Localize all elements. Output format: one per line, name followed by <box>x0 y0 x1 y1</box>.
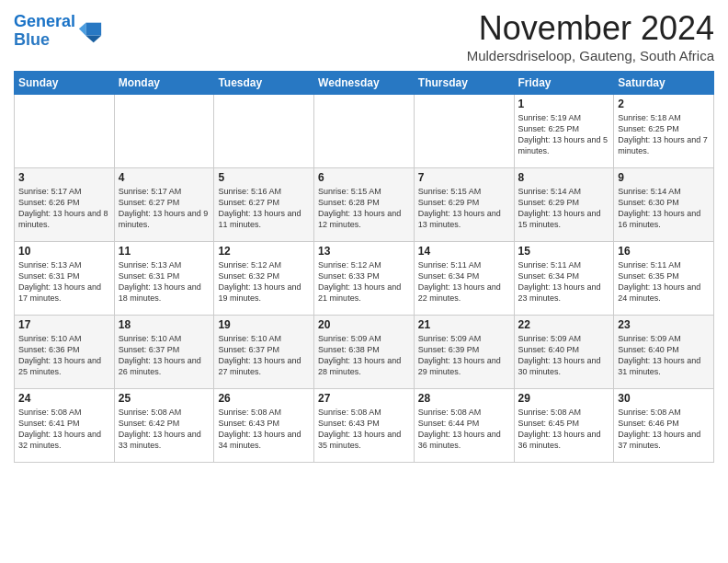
cell-info: Sunrise: 5:08 AM Sunset: 6:41 PM Dayligh… <box>18 407 110 452</box>
cell-info: Sunrise: 5:11 AM Sunset: 6:35 PM Dayligh… <box>618 259 710 304</box>
calendar-cell <box>114 95 214 168</box>
cell-info: Sunrise: 5:08 AM Sunset: 6:44 PM Dayligh… <box>418 407 510 452</box>
calendar-week-row: 10Sunrise: 5:13 AM Sunset: 6:31 PM Dayli… <box>15 242 714 316</box>
day-number: 10 <box>18 245 110 258</box>
day-number: 5 <box>218 171 310 184</box>
cell-info: Sunrise: 5:08 AM Sunset: 6:43 PM Dayligh… <box>218 407 310 452</box>
cell-info: Sunrise: 5:14 AM Sunset: 6:29 PM Dayligh… <box>518 186 610 231</box>
subtitle: Muldersdriseloop, Gauteng, South Africa <box>467 48 714 63</box>
calendar-cell: 6Sunrise: 5:15 AM Sunset: 6:28 PM Daylig… <box>314 168 415 242</box>
day-number: 22 <box>518 318 610 331</box>
calendar-cell: 17Sunrise: 5:10 AM Sunset: 6:36 PM Dayli… <box>15 316 115 389</box>
cell-info: Sunrise: 5:14 AM Sunset: 6:30 PM Dayligh… <box>618 186 710 231</box>
calendar-cell: 15Sunrise: 5:11 AM Sunset: 6:34 PM Dayli… <box>514 242 614 316</box>
day-number: 28 <box>418 392 510 405</box>
calendar-cell: 25Sunrise: 5:08 AM Sunset: 6:42 PM Dayli… <box>114 389 214 463</box>
page-header: GeneralBlue November 2024 Muldersdriselo… <box>14 9 714 63</box>
calendar-cell: 4Sunrise: 5:17 AM Sunset: 6:27 PM Daylig… <box>114 168 214 242</box>
cell-info: Sunrise: 5:18 AM Sunset: 6:25 PM Dayligh… <box>618 112 710 157</box>
cell-info: Sunrise: 5:15 AM Sunset: 6:28 PM Dayligh… <box>318 186 410 231</box>
day-number: 27 <box>318 392 410 405</box>
day-number: 11 <box>119 245 210 258</box>
cell-info: Sunrise: 5:08 AM Sunset: 6:42 PM Dayligh… <box>119 407 210 452</box>
day-number: 18 <box>119 318 210 331</box>
day-number: 23 <box>618 318 710 331</box>
calendar-cell: 1Sunrise: 5:19 AM Sunset: 6:25 PM Daylig… <box>514 95 614 168</box>
cell-info: Sunrise: 5:13 AM Sunset: 6:31 PM Dayligh… <box>18 259 110 304</box>
calendar-cell: 30Sunrise: 5:08 AM Sunset: 6:46 PM Dayli… <box>614 389 714 463</box>
calendar-table: SundayMondayTuesdayWednesdayThursdayFrid… <box>14 71 714 463</box>
cell-info: Sunrise: 5:08 AM Sunset: 6:46 PM Dayligh… <box>618 407 710 452</box>
cell-info: Sunrise: 5:11 AM Sunset: 6:34 PM Dayligh… <box>518 259 610 304</box>
col-header-friday: Friday <box>514 72 614 95</box>
calendar-cell: 28Sunrise: 5:08 AM Sunset: 6:44 PM Dayli… <box>414 389 514 463</box>
calendar-cell: 27Sunrise: 5:08 AM Sunset: 6:43 PM Dayli… <box>314 389 415 463</box>
day-number: 19 <box>218 318 310 331</box>
calendar-header-row: SundayMondayTuesdayWednesdayThursdayFrid… <box>15 72 714 95</box>
calendar-cell <box>314 95 415 168</box>
logo-text: GeneralBlue <box>14 13 75 50</box>
day-number: 26 <box>218 392 310 405</box>
cell-info: Sunrise: 5:10 AM Sunset: 6:37 PM Dayligh… <box>119 333 210 378</box>
cell-info: Sunrise: 5:15 AM Sunset: 6:29 PM Dayligh… <box>418 186 510 231</box>
col-header-saturday: Saturday <box>614 72 714 95</box>
cell-info: Sunrise: 5:09 AM Sunset: 6:38 PM Dayligh… <box>318 333 410 378</box>
svg-marker-2 <box>79 22 85 35</box>
day-number: 14 <box>418 245 510 258</box>
calendar-cell: 12Sunrise: 5:12 AM Sunset: 6:32 PM Dayli… <box>214 242 314 316</box>
cell-info: Sunrise: 5:17 AM Sunset: 6:26 PM Dayligh… <box>18 186 110 231</box>
logo: GeneralBlue <box>14 13 103 50</box>
calendar-cell: 29Sunrise: 5:08 AM Sunset: 6:45 PM Dayli… <box>514 389 614 463</box>
calendar-week-row: 1Sunrise: 5:19 AM Sunset: 6:25 PM Daylig… <box>15 95 714 168</box>
day-number: 15 <box>518 245 610 258</box>
day-number: 20 <box>318 318 410 331</box>
day-number: 7 <box>418 171 510 184</box>
calendar-cell: 3Sunrise: 5:17 AM Sunset: 6:26 PM Daylig… <box>15 168 115 242</box>
col-header-tuesday: Tuesday <box>214 72 314 95</box>
calendar-cell: 24Sunrise: 5:08 AM Sunset: 6:41 PM Dayli… <box>15 389 115 463</box>
title-area: November 2024 Muldersdriseloop, Gauteng,… <box>467 9 714 63</box>
day-number: 30 <box>618 392 710 405</box>
calendar-cell: 16Sunrise: 5:11 AM Sunset: 6:35 PM Dayli… <box>614 242 714 316</box>
calendar-cell: 2Sunrise: 5:18 AM Sunset: 6:25 PM Daylig… <box>614 95 714 168</box>
calendar-cell: 21Sunrise: 5:09 AM Sunset: 6:39 PM Dayli… <box>414 316 514 389</box>
day-number: 29 <box>518 392 610 405</box>
calendar-cell: 5Sunrise: 5:16 AM Sunset: 6:27 PM Daylig… <box>214 168 314 242</box>
calendar-cell: 14Sunrise: 5:11 AM Sunset: 6:34 PM Dayli… <box>414 242 514 316</box>
cell-info: Sunrise: 5:13 AM Sunset: 6:31 PM Dayligh… <box>119 259 210 304</box>
calendar-cell: 7Sunrise: 5:15 AM Sunset: 6:29 PM Daylig… <box>414 168 514 242</box>
cell-info: Sunrise: 5:09 AM Sunset: 6:40 PM Dayligh… <box>618 333 710 378</box>
calendar-cell: 22Sunrise: 5:09 AM Sunset: 6:40 PM Dayli… <box>514 316 614 389</box>
cell-info: Sunrise: 5:09 AM Sunset: 6:40 PM Dayligh… <box>518 333 610 378</box>
calendar-cell <box>414 95 514 168</box>
calendar-cell: 8Sunrise: 5:14 AM Sunset: 6:29 PM Daylig… <box>514 168 614 242</box>
cell-info: Sunrise: 5:08 AM Sunset: 6:45 PM Dayligh… <box>518 407 610 452</box>
day-number: 16 <box>618 245 710 258</box>
day-number: 1 <box>518 98 610 110</box>
calendar-cell: 9Sunrise: 5:14 AM Sunset: 6:30 PM Daylig… <box>614 168 714 242</box>
calendar-week-row: 3Sunrise: 5:17 AM Sunset: 6:26 PM Daylig… <box>15 168 714 242</box>
col-header-monday: Monday <box>114 72 214 95</box>
cell-info: Sunrise: 5:16 AM Sunset: 6:27 PM Dayligh… <box>218 186 310 231</box>
calendar-week-row: 17Sunrise: 5:10 AM Sunset: 6:36 PM Dayli… <box>15 316 714 389</box>
day-number: 6 <box>318 171 410 184</box>
day-number: 4 <box>119 171 210 184</box>
day-number: 24 <box>18 392 110 405</box>
cell-info: Sunrise: 5:09 AM Sunset: 6:39 PM Dayligh… <box>418 333 510 378</box>
calendar-cell: 26Sunrise: 5:08 AM Sunset: 6:43 PM Dayli… <box>214 389 314 463</box>
calendar-cell: 20Sunrise: 5:09 AM Sunset: 6:38 PM Dayli… <box>314 316 415 389</box>
calendar-cell <box>15 95 115 168</box>
day-number: 2 <box>618 98 710 110</box>
col-header-sunday: Sunday <box>15 72 115 95</box>
calendar-cell: 13Sunrise: 5:12 AM Sunset: 6:33 PM Dayli… <box>314 242 415 316</box>
cell-info: Sunrise: 5:19 AM Sunset: 6:25 PM Dayligh… <box>518 112 610 157</box>
calendar-body: 1Sunrise: 5:19 AM Sunset: 6:25 PM Daylig… <box>15 95 714 463</box>
svg-marker-0 <box>85 22 101 35</box>
cell-info: Sunrise: 5:11 AM Sunset: 6:34 PM Dayligh… <box>418 259 510 304</box>
cell-info: Sunrise: 5:17 AM Sunset: 6:27 PM Dayligh… <box>119 186 210 231</box>
calendar-week-row: 24Sunrise: 5:08 AM Sunset: 6:41 PM Dayli… <box>15 389 714 463</box>
day-number: 8 <box>518 171 610 184</box>
svg-marker-1 <box>85 35 101 41</box>
calendar-cell <box>214 95 314 168</box>
cell-info: Sunrise: 5:12 AM Sunset: 6:32 PM Dayligh… <box>218 259 310 304</box>
